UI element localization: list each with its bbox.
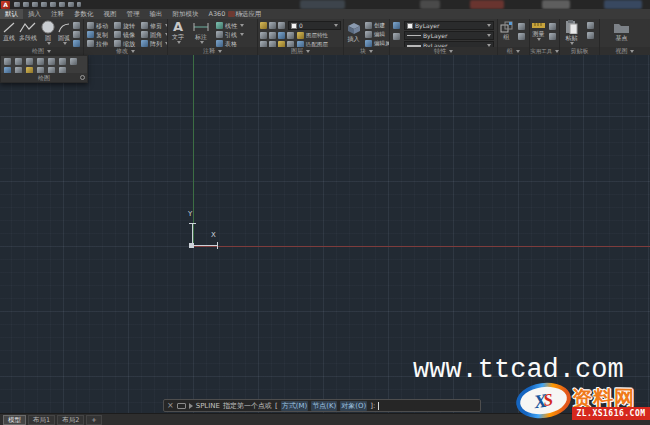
panel-block-label[interactable]: 块: [344, 47, 389, 55]
copy-clip-icon[interactable]: [587, 32, 594, 39]
tab-layout1[interactable]: 布局1: [28, 415, 55, 425]
layer-tool-icon[interactable]: [287, 32, 294, 39]
layer-tool-icon[interactable]: [269, 32, 276, 39]
insert-block-button[interactable]: 插入: [346, 21, 361, 42]
object-color-icon[interactable]: [393, 33, 400, 40]
flyout-tool-icon[interactable]: [59, 58, 66, 65]
flyout-tool-icon[interactable]: [37, 58, 44, 65]
circle-button[interactable]: 圆: [41, 20, 55, 45]
group-edit-icon[interactable]: [518, 33, 525, 40]
close-icon[interactable]: ×: [167, 402, 174, 410]
tab-addins[interactable]: 附加模块: [168, 9, 204, 19]
customize-icon[interactable]: [177, 403, 186, 409]
tab-annotate[interactable]: 注释: [46, 9, 69, 19]
scale-tool[interactable]: 缩放: [114, 40, 135, 47]
flyout-tool-icon[interactable]: [26, 58, 33, 65]
tab-featured-apps[interactable]: 精选应用: [230, 9, 266, 19]
fillet-tool[interactable]: 圆角: [141, 31, 168, 38]
linetype-dropdown[interactable]: ByLayer: [404, 31, 494, 40]
panel-properties-label[interactable]: 特性: [390, 47, 497, 55]
copy-tool[interactable]: 复制: [87, 31, 108, 38]
layer-properties-tool[interactable]: 图层特性: [297, 32, 328, 39]
tab-output[interactable]: 输出: [145, 9, 168, 19]
qat-save-icon[interactable]: [32, 2, 38, 7]
tab-a360[interactable]: A360: [204, 9, 231, 19]
option-mode[interactable]: 方式(M): [281, 401, 309, 411]
layer-lock-icon[interactable]: [278, 22, 285, 29]
panel-draw-label[interactable]: 绘图: [0, 47, 83, 55]
rectangle-tool[interactable]: [73, 22, 84, 29]
qat-saveas-icon[interactable]: [41, 2, 47, 7]
tab-layout2[interactable]: 布局2: [57, 415, 84, 425]
tab-insert[interactable]: 插入: [23, 9, 46, 19]
tab-model[interactable]: 模型: [3, 415, 26, 425]
mirror-tool[interactable]: 镜像: [114, 31, 135, 38]
leader-tool[interactable]: 引线: [216, 31, 244, 38]
id-point-icon[interactable]: [549, 23, 556, 30]
workspace-icon[interactable]: [228, 11, 235, 17]
ellipse-tool[interactable]: [73, 31, 84, 38]
command-bar[interactable]: × SPLINE 指定第一个点或 [ 方式(M) 节点(K) 对象(O) ]:: [163, 399, 481, 412]
panel-modify-label[interactable]: 修改: [84, 47, 167, 55]
stretch-tool[interactable]: 拉伸: [87, 40, 108, 47]
arc-button[interactable]: 圆弧: [57, 20, 71, 45]
arc-flyout-icon[interactable]: [63, 42, 67, 45]
panel-annotation-label[interactable]: 注释: [168, 47, 257, 55]
linear-dim-tool[interactable]: 线性: [216, 22, 244, 29]
group-button[interactable]: 组: [500, 21, 513, 40]
array-tool[interactable]: 阵列: [141, 40, 168, 47]
qat-new-icon[interactable]: [14, 2, 20, 7]
new-layout-button[interactable]: +: [86, 415, 101, 425]
create-block-tool[interactable]: 创建: [365, 22, 385, 29]
measure-button[interactable]: 测量: [532, 22, 545, 41]
qat-plot-icon[interactable]: [50, 2, 56, 7]
tab-view[interactable]: 视图: [99, 9, 122, 19]
qat-redo-icon[interactable]: [68, 2, 74, 7]
quick-select-icon[interactable]: [549, 33, 556, 40]
layer-freeze-icon[interactable]: [269, 22, 276, 29]
hatch-tool[interactable]: [73, 40, 84, 47]
text-button[interactable]: A 文字: [172, 20, 184, 44]
polyline-button[interactable]: 多段线: [19, 21, 37, 41]
recent-commands-icon[interactable]: [189, 403, 193, 409]
qat-undo-icon[interactable]: [59, 2, 65, 7]
panel-layers-label[interactable]: 图层: [258, 47, 343, 55]
ucs-origin[interactable]: [189, 243, 194, 248]
base-button[interactable]: 基点: [613, 21, 630, 41]
autocad-logo-icon[interactable]: A: [1, 1, 10, 9]
tab-manage[interactable]: 管理: [122, 9, 145, 19]
qat-open-icon[interactable]: [23, 2, 29, 7]
paste-button[interactable]: 粘贴: [565, 20, 578, 45]
panel-groups-label[interactable]: 组: [498, 47, 529, 55]
pin-icon[interactable]: [80, 75, 85, 80]
ungroup-icon[interactable]: [518, 23, 525, 30]
move-tool[interactable]: 移动: [87, 22, 108, 29]
flyout-tool-icon[interactable]: [4, 58, 11, 65]
edit-block-tool[interactable]: 编辑: [365, 31, 385, 38]
qat-dropdown-icon[interactable]: [77, 2, 81, 7]
edit-attr-tool[interactable]: 编辑属性: [365, 40, 390, 47]
line-button[interactable]: 直线: [2, 21, 16, 41]
color-dropdown[interactable]: ByLayer: [404, 21, 494, 30]
flyout-tool-icon[interactable]: [48, 58, 55, 65]
layer-tool-icon[interactable]: [260, 32, 267, 39]
option-knots[interactable]: 节点(K): [311, 401, 337, 411]
cut-icon[interactable]: [587, 22, 594, 29]
layer-dropdown[interactable]: 0: [288, 21, 341, 30]
layer-on-icon[interactable]: [260, 22, 267, 29]
dimension-button[interactable]: 标注: [193, 21, 209, 44]
panel-utilities-label[interactable]: 实用工具: [530, 47, 559, 55]
circle-flyout-icon[interactable]: [47, 42, 51, 45]
option-object[interactable]: 对象(O): [340, 401, 367, 411]
layer-tool-icon[interactable]: [278, 32, 285, 39]
table-tool[interactable]: 表格: [216, 40, 237, 47]
flyout-tool-icon[interactable]: [70, 58, 77, 65]
ribbon-minimize-icon[interactable]: [239, 13, 243, 16]
tab-home[interactable]: 默认: [0, 9, 23, 19]
match-properties-icon[interactable]: [393, 22, 400, 29]
panel-view-label[interactable]: 视图: [600, 47, 650, 55]
tab-parametric[interactable]: 参数化: [69, 9, 99, 19]
rotate-tool[interactable]: 旋转: [114, 22, 135, 29]
trim-tool[interactable]: 修剪: [141, 22, 168, 29]
flyout-tool-icon[interactable]: [15, 58, 22, 65]
